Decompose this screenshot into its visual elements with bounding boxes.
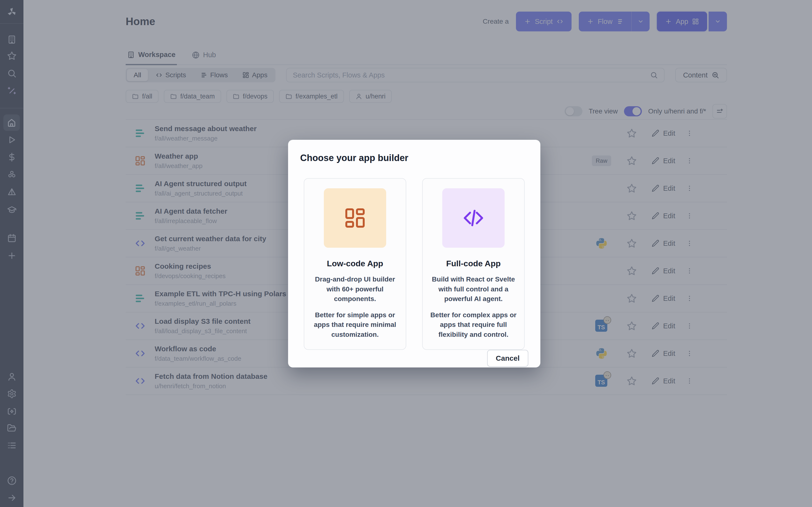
fullcode-desc-2: Better for complex apps or apps that req… (429, 310, 518, 340)
lowcode-desc-2: Better for simple apps or apps that requ… (311, 310, 400, 340)
code-icon (462, 207, 485, 230)
windmill-app: Home Create a Script Flow (0, 0, 812, 507)
lowcode-app-card[interactable]: Low-code App Drag-and-drop UI builder wi… (304, 178, 406, 350)
app-builder-modal: Choose your app builder Low-code App Dra… (288, 140, 540, 368)
modal-title: Choose your app builder (300, 153, 528, 163)
fullcode-app-card[interactable]: Full-code App Build with React or Svelte… (422, 178, 525, 350)
layout-grid-icon (343, 207, 367, 230)
modal-footer: Cancel (300, 350, 528, 367)
fullcode-desc-1: Build with React or Svelte with full con… (429, 275, 518, 304)
cancel-button[interactable]: Cancel (487, 350, 528, 367)
fullcode-tile (442, 188, 505, 248)
lowcode-title: Low-code App (311, 259, 400, 268)
fullcode-title: Full-code App (429, 259, 518, 268)
builder-cards: Low-code App Drag-and-drop UI builder wi… (300, 178, 528, 350)
lowcode-tile (324, 188, 386, 248)
lowcode-desc-1: Drag-and-drop UI builder with 60+ powerf… (311, 275, 400, 304)
